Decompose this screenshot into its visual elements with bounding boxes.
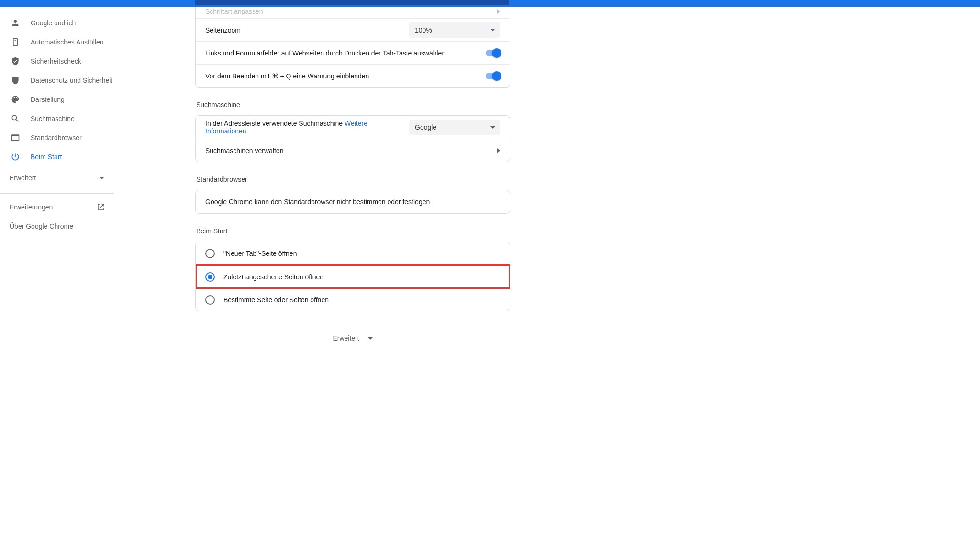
sidebar-advanced-toggle[interactable]: Erweitert <box>0 166 114 189</box>
sidebar-item-safety-check[interactable]: Sicherheitscheck <box>0 52 114 71</box>
sidebar-item-search-engine[interactable]: Suchmaschine <box>0 109 114 128</box>
sidebar-label: Standardbrowser <box>31 134 82 142</box>
warn-quit-toggle[interactable] <box>486 73 500 79</box>
shield-check-icon <box>11 56 20 66</box>
sidebar-label: Sicherheitscheck <box>31 57 81 65</box>
sidebar-item-about[interactable]: Über Google Chrome <box>0 217 114 236</box>
sidebar-label: Google und ich <box>31 19 76 27</box>
sidebar-label: Darstellung <box>31 96 65 103</box>
radio-icon <box>205 249 215 258</box>
manage-search-label: Suchmaschinen verwalten <box>205 147 283 154</box>
sidebar-item-default-browser[interactable]: Standardbrowser <box>0 128 114 147</box>
sidebar-item-appearance[interactable]: Darstellung <box>0 90 114 109</box>
startup-option-label: Zuletzt angesehene Seiten öffnen <box>223 273 323 281</box>
sidebar-label: Beim Start <box>31 153 62 161</box>
search-engine-select[interactable]: Google <box>409 120 500 135</box>
sidebar-label: Datenschutz und Sicherheit <box>31 77 112 84</box>
customize-fonts-label: Schriftart anpassen <box>205 8 263 15</box>
external-link-icon <box>97 203 105 211</box>
palette-icon <box>11 95 20 104</box>
person-icon <box>11 18 20 28</box>
startup-option-label: "Neuer Tab"-Seite öffnen <box>223 250 297 257</box>
search-engine-value: Google <box>415 123 436 131</box>
addressbar-engine-label: In der Adressleiste verwendete Suchmasch… <box>205 120 409 135</box>
chevron-right-icon <box>497 148 500 153</box>
sidebar-divider <box>0 193 114 194</box>
section-title-search: Suchmaschine <box>196 101 510 109</box>
sidebar-extensions-label: Erweiterungen <box>10 203 53 211</box>
clipboard-icon <box>11 37 20 47</box>
sidebar-label: Suchmaschine <box>31 115 75 122</box>
row-tab-select: Links und Formularfelder auf Webseiten d… <box>196 41 510 64</box>
appearance-card: Schriftart anpassen Seitenzoom 100% Link… <box>195 7 510 88</box>
blue-top-bar-dark <box>195 0 509 5</box>
chevron-down-icon <box>490 126 495 129</box>
page-zoom-label: Seitenzoom <box>205 26 241 34</box>
row-addressbar-engine: In der Adressleiste verwendete Suchmasch… <box>196 116 510 139</box>
addressbar-engine-text: In der Adressleiste verwendete Suchmasch… <box>205 120 345 127</box>
sidebar-item-extensions[interactable]: Erweiterungen <box>0 198 114 217</box>
sidebar-item-google-and-me[interactable]: Google und ich <box>0 13 114 33</box>
page-zoom-select[interactable]: 100% <box>409 22 500 38</box>
chevron-down-icon <box>368 337 373 340</box>
search-icon <box>11 114 20 123</box>
shield-icon <box>11 76 20 85</box>
default-browser-text: Google Chrome kann den Standardbrowser n… <box>205 198 430 206</box>
sidebar-about-label: Über Google Chrome <box>10 222 73 230</box>
startup-option-new-tab[interactable]: "Neuer Tab"-Seite öffnen <box>196 242 510 265</box>
radio-checked-icon <box>205 272 215 282</box>
power-icon <box>11 152 20 162</box>
search-card: In der Adressleiste verwendete Suchmasch… <box>195 115 510 162</box>
warn-quit-label: Vor dem Beenden mit ⌘ + Q eine Warnung e… <box>205 72 369 80</box>
sidebar-advanced-label: Erweitert <box>10 174 36 182</box>
row-default-browser-info: Google Chrome kann den Standardbrowser n… <box>196 190 510 213</box>
chevron-down-icon <box>100 177 104 179</box>
section-title-startup: Beim Start <box>196 227 510 235</box>
sidebar-item-privacy[interactable]: Datenschutz und Sicherheit <box>0 71 114 90</box>
startup-card: "Neuer Tab"-Seite öffnen Zuletzt angeseh… <box>195 242 510 311</box>
section-title-default-browser: Standardbrowser <box>196 176 510 183</box>
tab-select-label: Links und Formularfelder auf Webseiten d… <box>205 49 445 57</box>
advanced-label: Erweitert <box>333 334 359 342</box>
default-browser-card: Google Chrome kann den Standardbrowser n… <box>195 190 510 214</box>
startup-option-continue[interactable]: Zuletzt angesehene Seiten öffnen <box>196 265 510 288</box>
row-page-zoom: Seitenzoom 100% <box>196 18 510 41</box>
startup-option-label: Bestimmte Seite oder Seiten öffnen <box>223 296 329 304</box>
sidebar-label: Automatisches Ausfüllen <box>31 38 104 46</box>
settings-sidebar: Google und ich Automatisches Ausfüllen S… <box>0 7 114 551</box>
chevron-down-icon <box>490 29 495 31</box>
row-manage-search-engines[interactable]: Suchmaschinen verwalten <box>196 139 510 162</box>
page-zoom-value: 100% <box>415 26 432 34</box>
settings-main: Schriftart anpassen Seitenzoom 100% Link… <box>114 7 980 551</box>
row-customize-fonts[interactable]: Schriftart anpassen <box>196 7 510 18</box>
sidebar-item-on-startup[interactable]: Beim Start <box>0 147 114 166</box>
tab-select-toggle[interactable] <box>486 50 500 56</box>
blue-top-bar <box>0 0 980 7</box>
chevron-right-icon <box>497 9 500 14</box>
row-warn-quit: Vor dem Beenden mit ⌘ + Q eine Warnung e… <box>196 64 510 87</box>
radio-icon <box>205 295 215 305</box>
sidebar-item-autofill[interactable]: Automatisches Ausfüllen <box>0 33 114 52</box>
advanced-expand-button[interactable]: Erweitert <box>195 334 510 342</box>
startup-option-specific-pages[interactable]: Bestimmte Seite oder Seiten öffnen <box>196 288 510 311</box>
browser-icon <box>11 133 20 143</box>
